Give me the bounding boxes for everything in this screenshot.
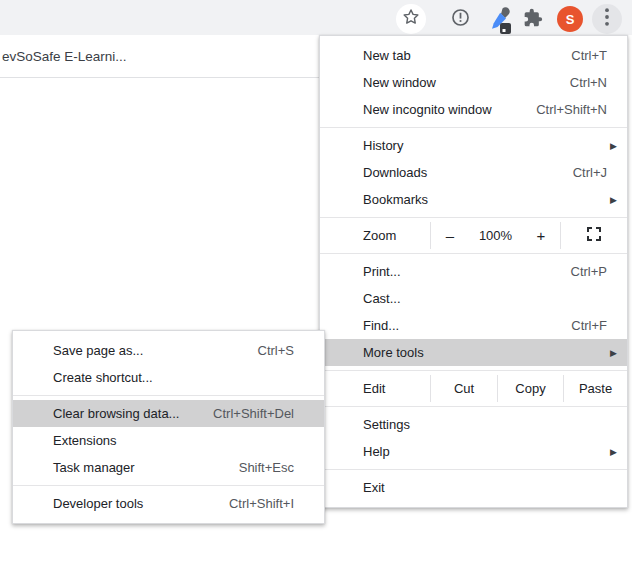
edit-label: Edit (320, 375, 430, 402)
menu-item-label: History (363, 138, 607, 153)
bookmark-item[interactable]: evSoSafe E-Learni... (2, 49, 127, 64)
menu-item-task-manager[interactable]: Task managerShift+Esc (13, 454, 324, 481)
menu-item-shortcut: Ctrl+Shift+Del (213, 406, 294, 421)
browser-toolbar: S (0, 0, 632, 35)
menu-item-save-page-as[interactable]: Save page as...Ctrl+S (13, 337, 324, 364)
zoom-row: Zoom – 100% + (320, 222, 627, 249)
paste-button[interactable]: Paste (564, 375, 627, 402)
menu-item-label: Print... (363, 264, 571, 279)
copy-button[interactable]: Copy (498, 375, 563, 402)
menu-item-cast[interactable]: Cast... (320, 285, 627, 312)
edit-row: Edit Cut Copy Paste (320, 375, 627, 402)
fullscreen-button[interactable] (561, 222, 627, 249)
menu-item-shortcut: Ctrl+T (571, 48, 607, 63)
menu-item-shortcut: Ctrl+N (570, 75, 607, 90)
menu-item-shortcut: Ctrl+Shift+I (229, 496, 294, 511)
menu-item-label: Developer tools (53, 496, 229, 511)
avatar-initial: S (566, 12, 575, 27)
menu-item-label: Extensions (53, 433, 294, 448)
menu-item-print[interactable]: Print...Ctrl+P (320, 258, 627, 285)
menu-separator (320, 469, 627, 470)
menu-item-shortcut: Ctrl+Shift+N (536, 102, 607, 117)
menu-item-find[interactable]: Find...Ctrl+F (320, 312, 627, 339)
menu-item-label: Find... (363, 318, 571, 333)
menu-item-developer-tools[interactable]: Developer toolsCtrl+Shift+I (13, 490, 324, 517)
menu-separator (320, 370, 627, 371)
menu-item-label: Settings (363, 417, 607, 432)
extensions-puzzle-icon (523, 14, 543, 31)
menu-item-history[interactable]: History▶ (320, 132, 627, 159)
bookmark-bar-divider (0, 77, 319, 78)
menu-item-exit[interactable]: Exit (320, 474, 627, 501)
menu-item-label: Help (363, 444, 607, 459)
cut-button[interactable]: Cut (431, 375, 497, 402)
color-picker-extension-button[interactable] (484, 5, 514, 39)
submenu-arrow-icon: ▶ (610, 447, 617, 456)
bookmark-star-icon (401, 7, 421, 31)
info-icon (450, 7, 471, 32)
submenu-arrow-icon: ▶ (610, 195, 617, 204)
menu-item-label: New incognito window (363, 102, 536, 117)
menu-item-label: Task manager (53, 460, 239, 475)
menu-item-settings[interactable]: Settings (320, 411, 627, 438)
browser-menu-button[interactable] (592, 4, 622, 34)
menu-item-new-window[interactable]: New windowCtrl+N (320, 69, 627, 96)
menu-item-label: Downloads (363, 165, 573, 180)
info-extension-button[interactable] (445, 4, 475, 34)
more-tools-submenu: Save page as...Ctrl+SCreate shortcut... … (12, 330, 325, 524)
menu-item-new-incognito-window[interactable]: New incognito windowCtrl+Shift+N (320, 96, 627, 123)
menu-separator (320, 217, 627, 218)
kebab-menu-icon (605, 8, 609, 30)
bookmark-star-button[interactable] (396, 4, 426, 34)
zoom-level: 100% (469, 228, 522, 243)
menu-item-label: New window (363, 75, 570, 90)
browser-main-menu: New tabCtrl+TNew windowCtrl+NNew incogni… (319, 35, 628, 508)
menu-item-shortcut: Ctrl+F (571, 318, 607, 333)
menu-item-clear-browsing-data[interactable]: Clear browsing data...Ctrl+Shift+Del (13, 400, 324, 427)
menu-item-label: Create shortcut... (53, 370, 294, 385)
zoom-out-button[interactable]: – (431, 227, 469, 244)
menu-item-more-tools[interactable]: More tools▶ (320, 339, 627, 366)
menu-item-label: Bookmarks (363, 192, 607, 207)
menu-item-help[interactable]: Help▶ (320, 438, 627, 465)
menu-separator (320, 406, 627, 407)
menu-item-label: Exit (363, 480, 607, 495)
fullscreen-icon (587, 227, 601, 244)
menu-separator (13, 395, 324, 396)
menu-item-label: More tools (363, 345, 607, 360)
menu-item-shortcut: Ctrl+P (571, 264, 607, 279)
zoom-in-button[interactable]: + (522, 227, 560, 244)
browser-window: S evSoSafe E-Learni... New tabCtrl+TNew … (0, 0, 632, 579)
submenu-arrow-icon: ▶ (610, 348, 617, 357)
menu-item-label: Clear browsing data... (53, 406, 213, 421)
menu-item-label: Save page as... (53, 343, 258, 358)
menu-item-shortcut: Ctrl+S (258, 343, 294, 358)
menu-item-shortcut: Shift+Esc (239, 460, 294, 475)
submenu-arrow-icon: ▶ (610, 141, 617, 150)
zoom-label: Zoom (320, 222, 430, 249)
menu-item-create-shortcut[interactable]: Create shortcut... (13, 364, 324, 391)
menu-item-label: Cast... (363, 291, 607, 306)
menu-item-bookmarks[interactable]: Bookmarks▶ (320, 186, 627, 213)
menu-item-new-tab[interactable]: New tabCtrl+T (320, 42, 627, 69)
menu-separator (13, 485, 324, 486)
menu-item-extensions[interactable]: Extensions (13, 427, 324, 454)
extensions-button[interactable] (523, 8, 543, 32)
menu-item-downloads[interactable]: DownloadsCtrl+J (320, 159, 627, 186)
menu-separator (320, 253, 627, 254)
menu-item-label: New tab (363, 48, 571, 63)
menu-separator (320, 127, 627, 128)
menu-item-shortcut: Ctrl+J (573, 165, 607, 180)
profile-avatar[interactable]: S (557, 6, 583, 32)
